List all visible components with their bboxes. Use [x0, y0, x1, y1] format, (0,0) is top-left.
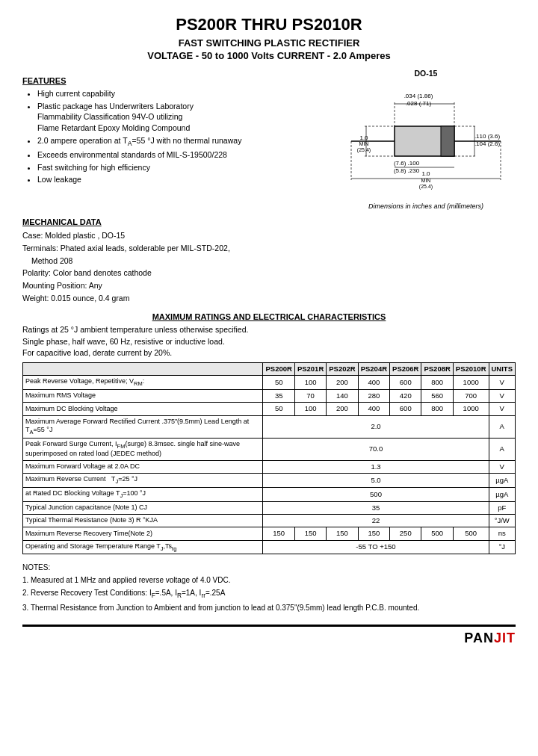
- val-cell: 150: [263, 527, 294, 540]
- val-cell: 600: [390, 403, 421, 415]
- table-row: Maximum Reverse Recovery Time(Note 2) 15…: [23, 527, 516, 540]
- list-item: 2.0 ampere operation at TA=55 °J with no…: [37, 135, 329, 148]
- diode-svg: .034 (1.86) .028 (.71) 1.0 MIN (25.4) (7…: [344, 81, 508, 201]
- col-ps202r: PS202R: [327, 363, 358, 376]
- unit-cell: V: [489, 461, 516, 474]
- val-cell-span: 70.0: [263, 438, 489, 460]
- table-row: Maximum DC Blocking Voltage 50 100 200 4…: [23, 403, 516, 415]
- unit-cell: V: [489, 389, 516, 402]
- svg-text:(7.6)  .100: (7.6) .100: [394, 160, 420, 167]
- val-cell: 400: [358, 403, 389, 415]
- features-header: FEATURES: [22, 76, 329, 85]
- col-ps208r: PS208R: [421, 363, 453, 376]
- col-ps206r: PS206R: [390, 363, 421, 376]
- note-3: 3. Thermal Resistance from Junction to A…: [22, 602, 516, 613]
- val-cell: 800: [421, 403, 453, 415]
- table-row: Maximum Average Forward Rectified Curren…: [23, 415, 516, 438]
- unit-cell: ns: [489, 527, 516, 540]
- features-ul: High current capability Plastic package …: [22, 88, 329, 185]
- list-item: Low leakage: [37, 174, 329, 185]
- unit-cell: A: [489, 415, 516, 438]
- val-cell: 200: [327, 376, 358, 390]
- mechanical-header: MECHANICAL DATA: [22, 217, 516, 226]
- val-cell: 50: [263, 376, 294, 390]
- ratings-tbody: Peak Reverse Voltage, Repetitive; VRM: 5…: [23, 376, 516, 554]
- col-ps201r: PS201R: [294, 363, 326, 376]
- param-cell: Maximum DC Blocking Voltage: [23, 403, 263, 415]
- val-cell: 1000: [453, 403, 489, 415]
- table-row: Peak Forward Surge Current, IFM(surge) 8…: [23, 438, 516, 460]
- table-row: Operating and Storage Temperature Range …: [23, 540, 516, 554]
- svg-text:.034  (1.86): .034 (1.86): [404, 93, 433, 99]
- svg-text:1.0: 1.0: [359, 134, 368, 141]
- val-cell: 420: [390, 389, 421, 402]
- table-row: Maximum Forward Voltage at 2.0A DC 1.3 V: [23, 461, 516, 474]
- ratings-title: MAXIMUM RATINGS AND ELECTRICAL CHARACTER…: [22, 312, 516, 321]
- svg-text:(25.4): (25.4): [419, 184, 433, 190]
- features-section: FEATURES High current capability Plastic…: [22, 69, 516, 210]
- unit-cell: µgA: [489, 474, 516, 488]
- diode-diagram: .034 (1.86) .028 (.71) 1.0 MIN (25.4) (7…: [344, 81, 508, 201]
- unit-cell: V: [489, 376, 516, 390]
- ratings-section: MAXIMUM RATINGS AND ELECTRICAL CHARACTER…: [22, 312, 516, 554]
- col-units: UNITS: [489, 363, 516, 376]
- table-row: Maximum RMS Voltage 35 70 140 280 420 56…: [23, 389, 516, 402]
- svg-text:MIN: MIN: [421, 178, 431, 183]
- table-row: Typical Thermal Resistance (Note 3) R °K…: [23, 514, 516, 527]
- param-cell: Peak Reverse Voltage, Repetitive; VRM:: [23, 376, 263, 390]
- val-cell: 280: [358, 389, 389, 402]
- notes-section: NOTES: 1. Measured at 1 MHz and applied …: [22, 562, 516, 613]
- brand-black: PAN: [464, 630, 494, 645]
- param-cell: Maximum Forward Voltage at 2.0A DC: [23, 461, 263, 474]
- note-2: 2. Reverse Recovery Test Conditions: IF=…: [22, 587, 516, 600]
- svg-text:.028   (.71): .028 (.71): [406, 100, 432, 107]
- unit-cell: °J: [489, 540, 516, 554]
- dimension-note: Dimensions in inches and (millimeters): [336, 202, 516, 210]
- val-cell: 500: [421, 527, 453, 540]
- bottom-bar: PANJIT: [22, 625, 516, 646]
- table-row: Typical Junction capacitance (Note 1) CJ…: [23, 501, 516, 514]
- val-cell: 140: [327, 389, 358, 402]
- list-item: High current capability: [37, 88, 329, 99]
- list-item: Exceeds environmental standards of MIL-S…: [37, 149, 329, 161]
- unit-cell: A: [489, 438, 516, 460]
- sub-title: FAST SWITCHING PLASTIC RECTIFIER: [22, 37, 516, 49]
- mech-weight: Weight: 0.015 ounce, 0.4 gram: [22, 292, 516, 305]
- val-cell: 1000: [453, 376, 489, 390]
- mechanical-section: MECHANICAL DATA Case: Molded plastic , D…: [22, 217, 516, 305]
- package-label: DO-15: [336, 69, 516, 78]
- col-ps200r: PS200R: [263, 363, 294, 376]
- param-cell: Maximum Reverse Current TJ=25 °J: [23, 474, 263, 488]
- mech-method: Method 208: [22, 255, 516, 267]
- val-cell: 70: [294, 389, 326, 402]
- val-cell-span: -55 TO +150: [263, 540, 489, 554]
- ratings-note3: For capacitive load, derate current by 2…: [22, 348, 172, 357]
- val-cell: 500: [453, 527, 489, 540]
- note-1: 1. Measured at 1 MHz and applied reverse…: [22, 574, 516, 586]
- val-cell: 700: [453, 389, 489, 402]
- param-cell: Maximum Reverse Recovery Time(Note 2): [23, 527, 263, 540]
- notes-header: NOTES:: [22, 562, 516, 573]
- table-header-row: PS200R PS201R PS202R PS204R PS206R PS208…: [23, 363, 516, 376]
- list-item: Fast switching for high efficiency: [37, 162, 329, 173]
- val-cell: 100: [294, 376, 326, 390]
- val-cell-span: 35: [263, 501, 489, 514]
- svg-text:(25.4): (25.4): [357, 147, 371, 153]
- ratings-note1: Ratings at 25 °J ambient temperature unl…: [22, 325, 248, 334]
- param-cell: Maximum RMS Voltage: [23, 389, 263, 402]
- val-cell: 250: [390, 527, 421, 540]
- voltage-current: VOLTAGE - 50 to 1000 Volts CURRENT - 2.0…: [22, 50, 516, 61]
- unit-cell: µgA: [489, 487, 516, 501]
- col-param: [23, 363, 263, 376]
- brand-red: JIT: [494, 630, 516, 645]
- param-cell: Peak Forward Surge Current, IFM(surge) 8…: [23, 438, 263, 460]
- val-cell: 800: [421, 376, 453, 390]
- table-row: Peak Reverse Voltage, Repetitive; VRM: 5…: [23, 376, 516, 390]
- param-cell: Operating and Storage Temperature Range …: [23, 540, 263, 554]
- param-cell: Typical Junction capacitance (Note 1) CJ: [23, 501, 263, 514]
- val-cell-span: 2.0: [263, 415, 489, 438]
- param-cell: at Rated DC Blocking Voltage TJ=100 °J: [23, 487, 263, 501]
- unit-cell: pF: [489, 501, 516, 514]
- table-row: Maximum Reverse Current TJ=25 °J 5.0 µgA: [23, 474, 516, 488]
- val-cell-span: 1.3: [263, 461, 489, 474]
